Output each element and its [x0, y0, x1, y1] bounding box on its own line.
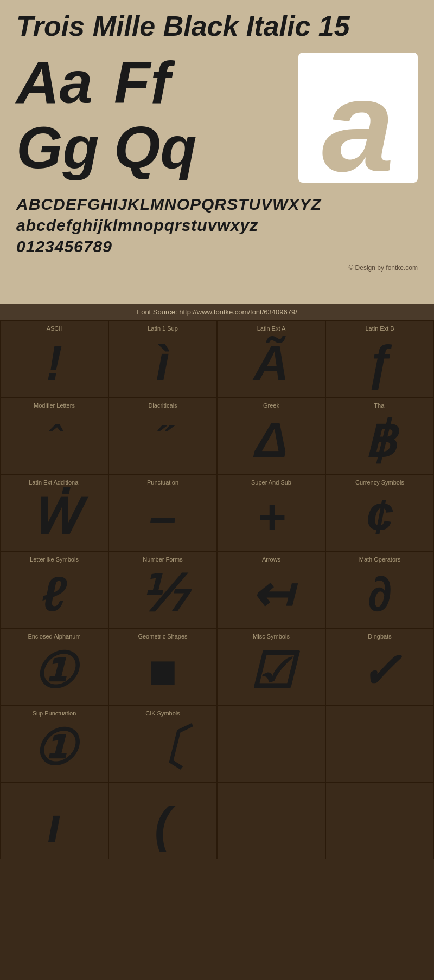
glyph-cell-geometric: Geometric Shapes ■	[108, 628, 217, 705]
glyph-cell-bottom4	[326, 782, 434, 859]
font-title: Trois Mille Black Italic 15	[16, 11, 418, 42]
glyph-char-latinextb: ƒ	[366, 336, 393, 390]
digits: 0123456789	[16, 236, 418, 257]
glyph-cell-ciksym: CIK Symbols 〔	[108, 705, 217, 782]
glyph-char-latinexta: Ã	[254, 336, 289, 390]
glyph-cell-empty1	[217, 705, 326, 782]
glyph-char-bottom2: (	[155, 798, 171, 852]
design-credit: © Design by fontke.com	[16, 260, 418, 274]
glyph-char-mathops: ∂	[368, 567, 392, 621]
glyph-label-modifier: Modifier Letters	[34, 402, 75, 411]
glyph-cell-latin1sup: Latin 1 Sup ì	[108, 320, 217, 397]
glyph-label-ciksym: CIK Symbols	[145, 710, 180, 719]
glyph-label-currency: Currency Symbols	[355, 479, 404, 488]
glyph-cell-numberforms: Number Forms ⅐	[108, 551, 217, 628]
glyph-cell-currency: Currency Symbols ¢	[326, 474, 434, 551]
header-section: Trois Mille Black Italic 15 Aa Ff Gg Qq …	[0, 0, 434, 304]
preview-char-ff: Ff	[114, 53, 212, 118]
glyph-cell-latinextb: Latin Ext B ƒ	[326, 320, 434, 397]
lowercase-alphabet: abcdefghijklmnopqrstuvwxyz	[16, 215, 418, 236]
glyph-cell-empty2	[326, 705, 434, 782]
glyph-label-latinextb: Latin Ext B	[365, 325, 394, 334]
glyph-cell-bottom3	[217, 782, 326, 859]
preview-char-gg: Gg	[16, 118, 114, 183]
glyph-label-numberforms: Number Forms	[143, 556, 182, 565]
glyph-char-arrows: ↤	[251, 567, 292, 621]
glyph-char-punctuation: –	[149, 490, 176, 544]
glyph-char-thai: ฿	[365, 413, 395, 467]
glyph-char-latin1sup: ì	[156, 336, 169, 390]
glyph-cell-latinexta: Latin Ext A Ã	[217, 320, 326, 397]
glyphs-section: ASCII ! Latin 1 Sup ì Latin Ext A Ã Lati…	[0, 320, 434, 859]
glyph-char-greek: Δ	[255, 413, 288, 467]
alphabet-section: ABCDEFGHIJKLMNOPQRSTUVWXYZ abcdefghijklm…	[16, 188, 418, 260]
glyph-char-enclosed: ①	[33, 644, 76, 698]
glyph-cell-mathops: Math Operators ∂	[326, 551, 434, 628]
glyph-cell-misc: Misc Symbols ☑	[217, 628, 326, 705]
glyph-cell-dingbats: Dingbats ✓	[326, 628, 434, 705]
glyph-cell-thai: Thai ฿	[326, 397, 434, 474]
glyph-cell-letterlike: Letterlike Symbols ℓ	[0, 551, 108, 628]
glyph-cell-ascii: ASCII !	[0, 320, 108, 397]
glyph-label-ascii: ASCII	[47, 325, 62, 334]
preview-grid: Aa Ff Gg Qq a	[16, 53, 418, 183]
glyph-label-letterlike: Letterlike Symbols	[30, 556, 79, 565]
glyph-cell-arrows: Arrows ↤	[217, 551, 326, 628]
glyph-cell-enclosed: Enclosed Alphanum ①	[0, 628, 108, 705]
glyph-label-latinextadd: Latin Ext Additional	[29, 479, 80, 488]
glyph-label-suppunct: Sup Punctuation	[33, 710, 76, 719]
glyph-cell-bottom1: ı	[0, 782, 108, 859]
preview-big-right: a	[298, 53, 418, 183]
glyph-char-superandsub: +	[257, 490, 286, 544]
preview-big-char: a	[322, 61, 394, 183]
glyph-char-letterlike: ℓ	[42, 567, 67, 621]
glyph-char-latinextadd: Ẇ	[30, 490, 79, 544]
glyph-char-diacriticals: ˝	[156, 413, 169, 467]
glyph-label-greek: Greek	[263, 402, 279, 411]
glyph-label-dingbats: Dingbats	[368, 633, 391, 642]
glyph-char-numberforms: ⅐	[139, 567, 187, 621]
glyph-label-diacriticals: Diacriticals	[148, 402, 177, 411]
glyph-label-mathops: Math Operators	[359, 556, 400, 565]
glyph-label-arrows: Arrows	[262, 556, 280, 565]
glyph-char-suppunct: ①	[33, 721, 76, 775]
glyph-cell-superandsub: Super And Sub +	[217, 474, 326, 551]
preview-char-qq: Qq	[114, 118, 212, 183]
preview-large-chars: Aa Ff Gg Qq	[16, 53, 298, 183]
glyph-label-superandsub: Super And Sub	[251, 479, 291, 488]
glyph-char-geometric: ■	[148, 644, 177, 698]
glyph-grid: ASCII ! Latin 1 Sup ì Latin Ext A Ã Lati…	[0, 320, 434, 859]
font-source: Font Source: http://www.fontke.com/font/…	[0, 304, 434, 320]
glyph-label-punctuation: Punctuation	[147, 479, 178, 488]
glyph-label-latin1sup: Latin 1 Sup	[148, 325, 178, 334]
glyph-char-dingbats: ✓	[360, 644, 400, 698]
glyph-char-ciksym: 〔	[138, 721, 187, 775]
glyph-char-misc: ☑	[250, 644, 293, 698]
glyph-char-modifier: ˆ	[48, 413, 60, 467]
glyph-char-currency: ¢	[366, 490, 393, 544]
glyph-label-geometric: Geometric Shapes	[138, 633, 187, 642]
preview-char-aa: Aa	[16, 53, 114, 118]
glyph-char-ascii: !	[46, 336, 62, 390]
glyph-label-enclosed: Enclosed Alphanum	[28, 633, 80, 642]
glyph-label-thai: Thai	[374, 402, 385, 411]
glyph-cell-bottom2: (	[108, 782, 217, 859]
uppercase-alphabet: ABCDEFGHIJKLMNOPQRSTUVWXYZ	[16, 194, 418, 215]
glyph-cell-suppunct: Sup Punctuation ①	[0, 705, 108, 782]
glyph-cell-diacriticals: Diacriticals ˝	[108, 397, 217, 474]
glyph-cell-greek: Greek Δ	[217, 397, 326, 474]
glyph-char-bottom1: ı	[47, 798, 61, 852]
glyph-label-latinexta: Latin Ext A	[257, 325, 286, 334]
glyph-label-misc: Misc Symbols	[253, 633, 290, 642]
glyph-cell-latinextadd: Latin Ext Additional Ẇ	[0, 474, 108, 551]
glyph-cell-modifier: Modifier Letters ˆ	[0, 397, 108, 474]
glyph-cell-punctuation: Punctuation –	[108, 474, 217, 551]
